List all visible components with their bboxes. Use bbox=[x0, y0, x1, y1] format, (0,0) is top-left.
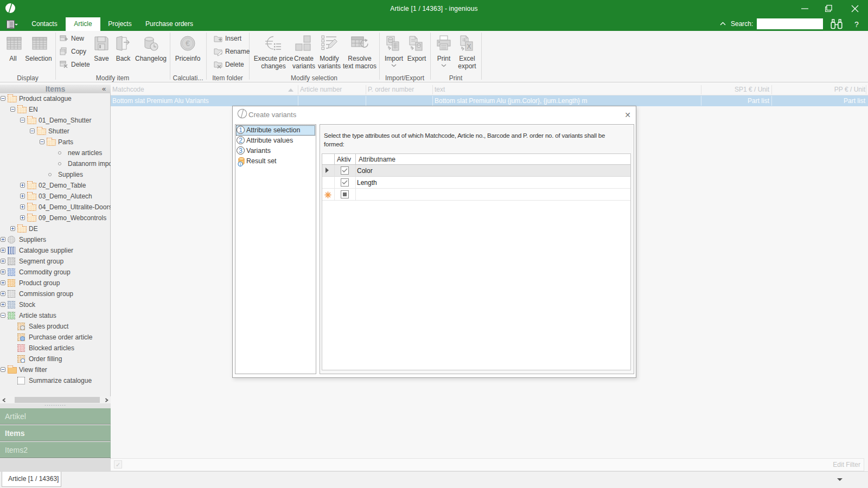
svg-text:X: X bbox=[467, 43, 471, 50]
svg-text:€: € bbox=[186, 39, 190, 48]
